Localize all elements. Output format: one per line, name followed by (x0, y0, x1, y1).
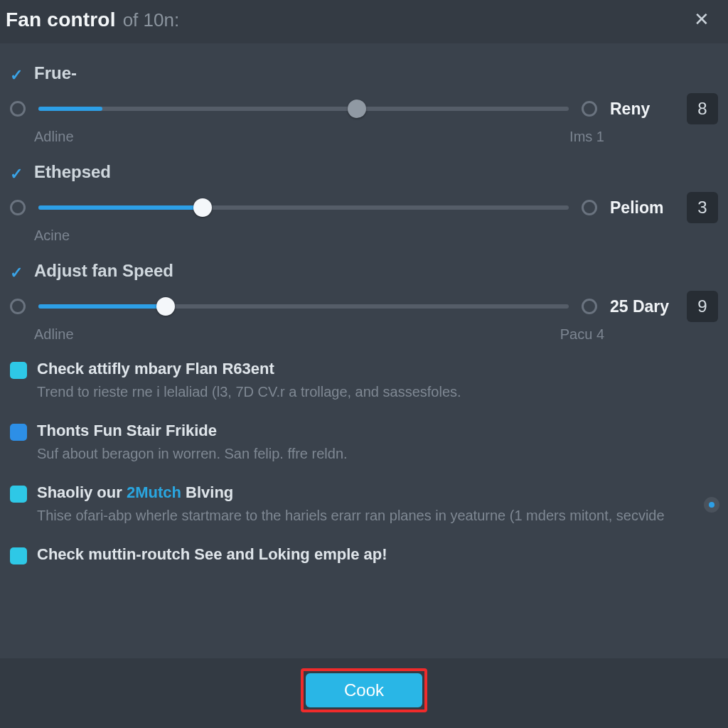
slider-fill (38, 205, 203, 210)
slider-left-sub: Adline (34, 326, 74, 343)
slider-right-sub: Pacu 4 (560, 326, 604, 343)
checkbox[interactable] (10, 362, 27, 379)
slider-start-radio[interactable] (10, 299, 26, 314)
dialog-body: ✓ Frue- Reny 8 Adline Ims 1 ✓ Ethepsed (0, 43, 728, 658)
close-icon[interactable]: ✕ (688, 6, 715, 33)
option-thonts-fun: Thonts Fun Stair Frikide Suf about berag… (10, 422, 718, 464)
check-icon: ✓ (10, 165, 23, 183)
slider-right-label: Peliom (610, 198, 674, 218)
slider-start-radio[interactable] (10, 101, 26, 117)
slider-track[interactable] (38, 107, 569, 111)
title-main: Fan control (6, 9, 116, 31)
option-title: Thonts Fun Stair Frikide (37, 422, 718, 440)
title-sub: of 10n: (123, 9, 180, 31)
slider-row-ethepsed: ✓ Ethepsed Peliom 3 Acine (10, 162, 718, 244)
slider-row-adjust-fan-speed: ✓ Adjust fan Speed 25 Dary 9 Adline Pacu… (10, 261, 718, 343)
checkbox[interactable] (10, 424, 27, 441)
slider-start-radio[interactable] (10, 200, 26, 215)
checkbox[interactable] (10, 486, 27, 503)
option-desc: Trend to rieste rne i lelaliad (l3, 7D C… (37, 382, 698, 402)
options-list: Check attifly mbary Flan R63ent Trend to… (10, 360, 718, 568)
title: Fan control of 10n: (6, 9, 179, 31)
option-check-muttin: Check muttin-routch See and Loking emple… (10, 545, 718, 568)
slider-right-label: 25 Dary (610, 297, 674, 316)
slider-right-label: Reny (610, 100, 674, 119)
slider-value[interactable]: 8 (687, 93, 718, 124)
slider-right-sub: Ims 1 (569, 129, 604, 145)
cook-button[interactable]: Cook (306, 673, 422, 707)
option-desc: Thise ofari-abp wherle startmare to the … (37, 506, 698, 525)
option-check-attifly: Check attifly mbary Flan R63ent Trend to… (10, 360, 718, 402)
slider-row-frue: ✓ Frue- Reny 8 Adline Ims 1 (10, 63, 718, 145)
option-shaoliy-2mutch: Shaoliy our 2Mutch Blving Thise ofari-ab… (10, 483, 718, 525)
slider-fill (38, 304, 166, 309)
fan-control-dialog: Fan control of 10n: ✕ ✓ Frue- Reny 8 Adl… (0, 0, 728, 728)
slider-thumb[interactable] (348, 100, 366, 118)
slider-value[interactable]: 9 (687, 291, 718, 322)
titlebar: Fan control of 10n: ✕ (0, 0, 728, 43)
dialog-footer: Cook (0, 658, 728, 728)
slider-thumb[interactable] (156, 297, 175, 316)
slider-label: Adjust fan Speed (34, 261, 718, 281)
option-desc: Suf about beragon in worren. San felip. … (37, 444, 698, 464)
slider-fill (38, 107, 102, 111)
slider-track[interactable] (38, 304, 569, 309)
slider-track[interactable] (38, 205, 569, 210)
option-title: Check muttin-routch See and Loking emple… (37, 545, 718, 564)
slider-end-radio[interactable] (582, 299, 597, 314)
check-icon: ✓ (10, 264, 23, 282)
slider-end-radio[interactable] (582, 101, 597, 117)
primary-button-highlight: Cook (301, 668, 427, 712)
option-title: Check attifly mbary Flan R63ent (37, 360, 718, 378)
checkbox[interactable] (10, 547, 27, 564)
option-title: Shaoliy our 2Mutch Blving (37, 483, 718, 502)
slider-label: Ethepsed (34, 162, 718, 182)
slider-value[interactable]: 3 (687, 192, 718, 223)
slider-left-sub: Acine (34, 228, 70, 244)
side-radio[interactable] (704, 497, 719, 513)
slider-left-sub: Adline (34, 129, 74, 145)
slider-end-radio[interactable] (582, 200, 597, 215)
check-icon: ✓ (10, 66, 23, 85)
slider-label: Frue- (34, 63, 718, 83)
slider-thumb[interactable] (193, 198, 212, 217)
